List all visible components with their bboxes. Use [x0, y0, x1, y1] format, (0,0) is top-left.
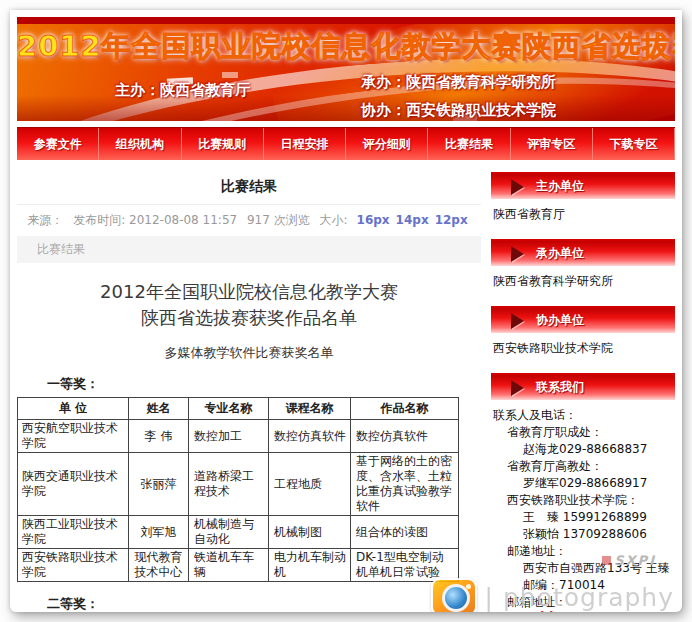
banner-decoration	[222, 72, 238, 78]
table-cell: 数控仿真软件	[269, 420, 351, 453]
page: 2012年全国职业院校信息化教学大赛陕西省选拔赛 主办：陕西省教育厅 承办：陕西…	[10, 10, 682, 612]
table-cell: 机械制造与自动化	[189, 516, 269, 549]
column-header: 专业名称	[189, 398, 269, 420]
main-column: 比赛结果 来源： 发布时间: 2012-08-08 11:57 917 次浏览 …	[17, 172, 481, 612]
sidebar-line: 省教育厅高教处：	[493, 459, 673, 474]
table-cell: 西安铁路职业技术学院	[18, 549, 129, 582]
first-prize-table: 单 位姓名专业名称课程名称作品名称西安航空职业技术学院李 伟数控加工数控仿真软件…	[17, 397, 459, 582]
article-meta: 来源： 发布时间: 2012-08-08 11:57 917 次浏览 大小:16…	[17, 204, 481, 229]
font-size-link-14px[interactable]: 14px	[396, 213, 429, 227]
sidebar-section-header: 联系我们	[491, 373, 675, 400]
font-size-link-12px[interactable]: 12px	[435, 213, 468, 227]
article-subtitle: 多媒体教学软件比赛获奖名单	[17, 344, 481, 362]
table-cell: 机械制图	[269, 516, 351, 549]
sidebar-section-body: 陕西省教育科学研究所	[491, 266, 675, 293]
play-triangle-icon	[511, 380, 524, 396]
table-cell: 电力机车制动机	[269, 549, 351, 582]
font-size-label: 大小:	[320, 213, 348, 227]
article-heading: 2012年全国职业院校信息化教学大赛 陕西省选拔赛获奖作品名单	[17, 279, 481, 331]
play-triangle-icon	[511, 246, 524, 262]
sidebar-line: 陕西省教育厅	[493, 207, 673, 222]
table-cell: 铁道机车车辆	[189, 549, 269, 582]
sidebar-section-承办单位: 承办单位陕西省教育科学研究所	[491, 239, 675, 293]
sidebar-section-body: 西安铁路职业技术学院	[491, 333, 675, 360]
sidebar-section-body: 陕西省教育厅	[491, 199, 675, 226]
banner-organizers: 承办：陕西省教育科学研究所 协办：西安铁路职业技术学院	[361, 68, 556, 121]
sidebar-line: 西安市自强西路133号 王臻	[493, 561, 673, 576]
table-row: 陕西工业职业技术学院刘军旭机械制造与自动化机械制图组合体的读图	[18, 516, 459, 549]
sidebar-section-联系我们: 联系我们联系人及电话：省教育厅职成处：赵海龙029-88668837省教育厅高教…	[491, 373, 675, 612]
sidebar-line: 邮箱地址：sxgxjds@126.com	[493, 595, 673, 612]
column-header: 单 位	[18, 398, 129, 420]
sidebar-section-协办单位: 协办单位西安铁路职业技术学院	[491, 306, 675, 360]
source-label: 来源：	[27, 213, 63, 227]
sidebar: 主办单位陕西省教育厅承办单位陕西省教育科学研究所协办单位西安铁路职业技术学院联系…	[491, 172, 675, 612]
email-link[interactable]: sxgxjds@126.com	[507, 610, 635, 612]
article-heading-line1: 2012年全国职业院校信息化教学大赛	[17, 279, 481, 305]
sidebar-section-header: 承办单位	[491, 239, 675, 266]
sidebar-section-title: 承办单位	[536, 245, 584, 262]
article-heading-line2: 陕西省选拔赛获奖作品名单	[17, 305, 481, 331]
sidebar-line: 省教育厅职成处：	[493, 425, 673, 440]
banner-host-label: 主办：陕西省教育厅	[115, 81, 250, 100]
nav-item-比赛规则[interactable]: 比赛规则	[182, 128, 264, 160]
font-size-options: 16px14px12px	[354, 213, 471, 227]
sidebar-line: 西安铁路职业技术学院：	[493, 493, 673, 508]
nav-item-评分细则[interactable]: 评分细则	[346, 128, 428, 160]
sidebar-line: 赵海龙029-88668837	[493, 442, 673, 457]
sidebar-section-title: 主办单位	[536, 178, 584, 195]
sidebar-line: 陕西省教育科学研究所	[493, 274, 673, 289]
play-triangle-icon	[511, 179, 524, 195]
table-cell: 道路桥梁工程技术	[189, 453, 269, 516]
sidebar-section-title: 联系我们	[536, 379, 584, 396]
sidebar-line: 罗继军029-88668917	[493, 476, 673, 491]
table-row: 陕西交通职业技术学院张丽萍道路桥梁工程技术工程地质基于网络的土的密度、含水率、土…	[18, 453, 459, 516]
banner-organizer-label: 承办：陕西省教育科学研究所	[361, 68, 556, 96]
nav-item-比赛结果[interactable]: 比赛结果	[428, 128, 510, 160]
site-banner: 2012年全国职业院校信息化教学大赛陕西省选拔赛 主办：陕西省教育厅 承办：陕西…	[17, 17, 675, 121]
table-cell: 基于网络的土的密度、含水率、土粒比重仿真试验教学软件	[351, 453, 459, 516]
table-cell: 数控加工	[189, 420, 269, 453]
sidebar-line: 联系人及电话：	[493, 408, 673, 423]
publish-time: 发布时间: 2012-08-08 11:57	[73, 213, 237, 227]
banner-title: 2012年全国职业院校信息化教学大赛陕西省选拔赛	[17, 27, 675, 67]
table-cell: 李 伟	[129, 420, 189, 453]
content: 比赛结果 来源： 发布时间: 2012-08-08 11:57 917 次浏览 …	[17, 172, 675, 612]
table-cell: 工程地质	[269, 453, 351, 516]
first-prize-label: 一等奖：	[47, 375, 481, 393]
sidebar-section-主办单位: 主办单位陕西省教育厅	[491, 172, 675, 226]
second-prize-label: 二等奖：	[47, 595, 481, 612]
table-cell: 陕西交通职业技术学院	[18, 453, 129, 516]
table-cell: DK-1型电空制动机单机日常试验	[351, 549, 459, 582]
table-cell: 刘军旭	[129, 516, 189, 549]
sidebar-section-body: 联系人及电话：省教育厅职成处：赵海龙029-88668837省教育厅高教处：罗继…	[491, 400, 675, 612]
table-cell: 现代教育技术中心	[129, 549, 189, 582]
nav-item-评审专区[interactable]: 评审专区	[511, 128, 593, 160]
column-header: 课程名称	[269, 398, 351, 420]
table-cell: 数控仿真软件	[351, 420, 459, 453]
table-cell: 组合体的读图	[351, 516, 459, 549]
column-header: 作品名称	[351, 398, 459, 420]
breadcrumb: 比赛结果	[17, 236, 481, 263]
sidebar-line: 西安铁路职业技术学院	[493, 341, 673, 356]
sidebar-line: 张颖怡 13709288606	[493, 527, 673, 542]
view-count: 917 次浏览	[247, 213, 310, 227]
main-nav: 参赛文件组织机构比赛规则日程安排评分细则比赛结果评审专区下载专区	[17, 127, 675, 160]
table-row: 西安铁路职业技术学院现代教育技术中心铁道机车车辆电力机车制动机DK-1型电空制动…	[18, 549, 459, 582]
sidebar-line: 邮递地址：	[493, 544, 673, 559]
font-size-link-16px[interactable]: 16px	[357, 213, 390, 227]
table-cell: 张丽萍	[129, 453, 189, 516]
play-triangle-icon	[511, 313, 524, 329]
sidebar-section-title: 协办单位	[536, 312, 584, 329]
column-header: 姓名	[129, 398, 189, 420]
table-cell: 陕西工业职业技术学院	[18, 516, 129, 549]
nav-item-日程安排[interactable]: 日程安排	[264, 128, 346, 160]
table-cell: 西安航空职业技术学院	[18, 420, 129, 453]
nav-item-参赛文件[interactable]: 参赛文件	[17, 128, 99, 160]
sidebar-line: 王 臻 15991268899	[493, 510, 673, 525]
page-title: 比赛结果	[17, 178, 481, 196]
sidebar-section-header: 主办单位	[491, 172, 675, 199]
table-row: 西安航空职业技术学院李 伟数控加工数控仿真软件数控仿真软件	[18, 420, 459, 453]
nav-item-下载专区[interactable]: 下载专区	[593, 128, 675, 160]
nav-item-组织机构[interactable]: 组织机构	[99, 128, 181, 160]
